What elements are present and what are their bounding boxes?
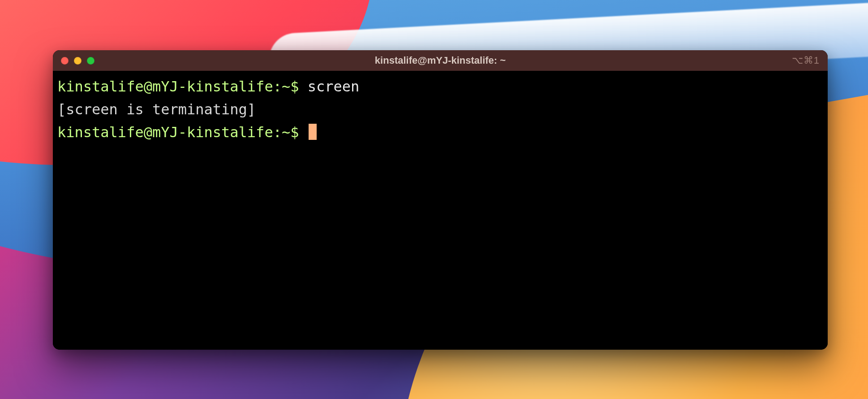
shell-output: [screen is terminating] (57, 101, 256, 118)
shortcut-indicator: ⌥⌘1 (792, 55, 820, 66)
shell-prompt: kinstalife@mYJ-kinstalife:~$ (57, 78, 308, 95)
terminal-window: kinstalife@mYJ-kinstalife: ~ ⌥⌘1 kinstal… (53, 50, 828, 350)
shell-command: screen (308, 78, 360, 95)
terminal-line: kinstalife@mYJ-kinstalife:~$ (57, 121, 823, 144)
terminal-body[interactable]: kinstalife@mYJ-kinstalife:~$ screen [scr… (53, 71, 828, 350)
minimize-button[interactable] (74, 57, 82, 65)
window-title: kinstalife@mYJ-kinstalife: ~ (53, 55, 828, 66)
close-button[interactable] (61, 57, 69, 65)
shell-prompt: kinstalife@mYJ-kinstalife:~$ (57, 124, 308, 141)
traffic-lights (61, 57, 95, 65)
terminal-line: kinstalife@mYJ-kinstalife:~$ screen (57, 75, 823, 98)
maximize-button[interactable] (87, 57, 95, 65)
titlebar[interactable]: kinstalife@mYJ-kinstalife: ~ ⌥⌘1 (53, 50, 828, 71)
cursor-icon (309, 124, 317, 140)
terminal-line: [screen is terminating] (57, 98, 823, 121)
